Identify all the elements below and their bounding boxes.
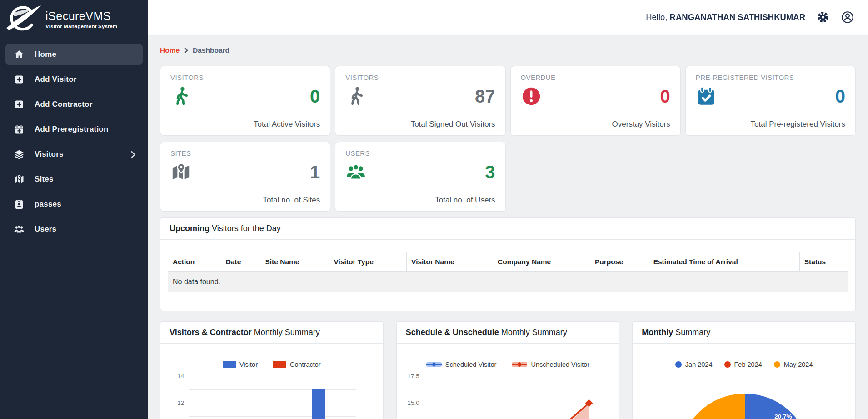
sidebar-item-home[interactable]: Home xyxy=(5,44,143,65)
user-profile-icon[interactable] xyxy=(841,10,854,24)
sidebar-item-add-contractor[interactable]: Add Contractor xyxy=(5,94,143,115)
walking-person-icon xyxy=(345,86,366,107)
stat-value: 0 xyxy=(310,87,320,105)
chart-title: Monthly Summary xyxy=(633,322,855,344)
col-site-name: Site Name xyxy=(260,252,329,272)
stat-value: 3 xyxy=(485,163,495,181)
greeting-prefix: Hello, xyxy=(646,12,669,22)
unscheduled-line-series xyxy=(397,344,619,419)
panel-title: Upcoming Visitors for the Day xyxy=(160,218,855,240)
stat-category: OVERDUE xyxy=(521,74,670,81)
sidebar-item-add-visitor[interactable]: Add Visitor xyxy=(5,69,143,90)
stat-caption: Overstay Visitors xyxy=(521,120,670,129)
stat-value: 87 xyxy=(475,87,495,105)
stat-caption: Total no. of Users xyxy=(345,196,495,205)
stat-caption: Total Pre-registered Visitors xyxy=(696,120,845,129)
breadcrumb-current: Dashboard xyxy=(193,46,229,54)
legend-swatch-blue xyxy=(223,361,236,368)
stat-value: 1 xyxy=(310,163,320,181)
sidebar-item-label: Visitors xyxy=(35,150,64,159)
stat-value: 0 xyxy=(660,87,670,105)
home-icon xyxy=(14,49,25,60)
charts-row: Visitors & Contractor Monthly Summary Vi… xyxy=(160,321,856,419)
sidebar-item-label: Add Visitor xyxy=(35,75,77,84)
map-location-icon xyxy=(14,174,25,185)
chevron-right-icon xyxy=(131,151,135,158)
panel-title-rest: Visitors for the Day xyxy=(210,224,281,233)
col-purpose: Purpose xyxy=(590,252,649,272)
sidebar-item-label: Users xyxy=(35,225,56,234)
legend-label: Contractor xyxy=(290,361,321,368)
stat-cards: VISITORS 0 Total Active Visitors VISITOR… xyxy=(160,66,856,212)
stat-caption: Total no. of Sites xyxy=(170,196,320,205)
legend-dot-orange xyxy=(774,361,780,368)
table-header-row: Action Date Site Name Visitor Type Visit… xyxy=(168,252,848,272)
gridline xyxy=(189,376,356,376)
upcoming-visitors-table: Action Date Site Name Visitor Type Visit… xyxy=(168,252,848,292)
breadcrumb-home-link[interactable]: Home xyxy=(160,46,180,54)
chart-title-rest: Monthly Summary xyxy=(252,328,320,337)
empty-row: No data found. xyxy=(168,272,848,292)
chevron-right-icon xyxy=(184,48,188,53)
legend-item-visitor: Visitor xyxy=(223,361,258,368)
stat-card-overdue: OVERDUE 0 Overstay Visitors xyxy=(510,66,681,136)
sidebar-item-label: Add Contractor xyxy=(35,100,92,109)
stat-category: USERS xyxy=(345,149,495,157)
calendar-plus-icon xyxy=(14,124,25,135)
legend-item-jan: Jan 2024 xyxy=(675,361,713,368)
brand-name: iSecureVMS xyxy=(45,10,117,23)
chart-title: Schedule & Unschedule Monthly Summary xyxy=(397,322,619,344)
sidebar: iSecureVMS Visitor Management System Hom… xyxy=(0,0,148,419)
user-name: RANGANATHAN SATHISHKUMAR xyxy=(670,12,805,22)
gridline xyxy=(189,416,356,417)
chart-title: Visitors & Contractor Monthly Summary xyxy=(160,322,383,344)
col-eta: Estimated Time of Arrival xyxy=(649,252,799,272)
sidebar-nav: Home Add Visitor Add Contractor Add Prer… xyxy=(0,44,148,240)
layers-icon xyxy=(14,149,25,160)
legend-item-may: May 2024 xyxy=(774,361,813,368)
stat-card-users: USERS 3 Total no. of Users xyxy=(335,142,505,212)
bar-chart: Visitor Contractor 14 12 xyxy=(160,344,383,419)
legend-dot-red xyxy=(724,361,731,368)
top-header: Hello, RANGANATHAN SATHISHKUMAR xyxy=(148,0,868,35)
calendar-check-icon xyxy=(696,86,717,107)
y-tick-14: 14 xyxy=(161,373,184,380)
legend-dot-blue xyxy=(675,361,682,368)
sidebar-item-visitors[interactable]: Visitors xyxy=(5,143,143,165)
col-action: Action xyxy=(168,252,221,272)
gridline xyxy=(189,403,356,403)
legend-label: Jan 2024 xyxy=(685,361,713,368)
stat-card-sites: SITES 1 Total no. of Sites xyxy=(160,142,330,212)
chart-title-rest: Monthly Summary xyxy=(499,328,567,337)
sidebar-item-label: Add Preregistration xyxy=(35,125,109,134)
line-chart: Scheduled Visitor Unscheduled Visitor 17… xyxy=(397,344,619,419)
square-plus-icon xyxy=(14,74,25,85)
sidebar-item-passes[interactable]: passes xyxy=(5,193,143,215)
chart-title-bold: Visitors & Contractor xyxy=(170,328,252,337)
chart-title-bold: Schedule & Unschedule xyxy=(406,328,499,337)
sidebar-item-label: Home xyxy=(35,50,56,59)
visitors-contractor-chart-card: Visitors & Contractor Monthly Summary Vi… xyxy=(160,321,384,419)
sidebar-item-users[interactable]: Users xyxy=(5,218,143,240)
sidebar-item-add-preregistration[interactable]: Add Preregistration xyxy=(5,118,143,140)
legend-label: May 2024 xyxy=(784,361,813,368)
legend-swatch-red xyxy=(273,361,286,368)
map-location-icon xyxy=(170,162,191,182)
stat-card-signed-out-visitors: VISITORS 87 Total Signed Out Visitors xyxy=(335,66,505,136)
breadcrumb: Home Dashboard xyxy=(160,35,856,54)
legend-label: Visitor xyxy=(239,361,258,368)
col-visitor-name: Visitor Name xyxy=(407,252,493,272)
users-icon xyxy=(14,224,25,235)
stat-category: VISITORS xyxy=(170,74,320,81)
col-status: Status xyxy=(799,252,848,272)
stat-value: 0 xyxy=(835,87,845,105)
stat-card-active-visitors: VISITORS 0 Total Active Visitors xyxy=(160,66,330,136)
brand-logo[interactable]: iSecureVMS Visitor Management System xyxy=(0,0,148,37)
legend-label: Feb 2024 xyxy=(734,361,762,368)
y-tick-12: 12 xyxy=(161,399,184,406)
no-data-message: No data found. xyxy=(168,272,848,292)
sidebar-item-sites[interactable]: Sites xyxy=(5,168,143,190)
settings-gear-icon[interactable] xyxy=(816,10,830,24)
brand-tagline: Visitor Management System xyxy=(45,24,117,29)
pie-slice-label: 20.7% xyxy=(774,413,792,419)
